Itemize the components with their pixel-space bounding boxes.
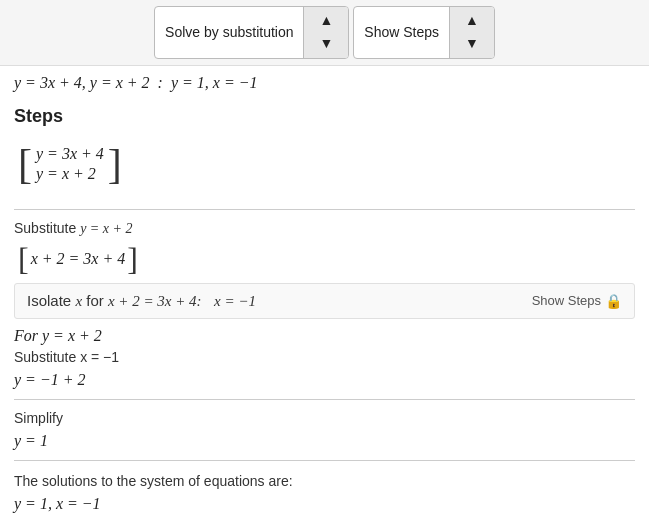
- substitute-eq-ref: y = x + 2: [80, 221, 132, 236]
- system-eq1: y = 3x + 4: [36, 145, 104, 163]
- show-steps-selector[interactable]: Show Steps ▲ ▼: [353, 6, 495, 59]
- arrow-down-icon: ▼: [309, 32, 343, 55]
- method-selector[interactable]: Solve by substitution ▲ ▼: [154, 6, 349, 59]
- isolate-eq: x + 2 = 3x + 4:: [108, 293, 202, 309]
- divider2: [14, 399, 635, 400]
- lock-icon: 🔒: [605, 293, 622, 309]
- show-steps-label: Show Steps: [354, 20, 449, 44]
- y-calc-line: y = −1 + 2: [14, 371, 635, 389]
- problem-line: y = 3x + 4, y = x + 2 : y = 1, x = −1: [14, 74, 635, 92]
- method-label: Solve by substitution: [155, 20, 303, 44]
- conclusion-text: The solutions to the system of equations…: [14, 473, 635, 489]
- result-section: The solutions to the system of equations…: [14, 473, 635, 513]
- problem-equations: y = 3x + 4, y = x + 2: [14, 74, 150, 92]
- problem-separator: :: [158, 74, 163, 92]
- system-equations: y = 3x + 4 y = x + 2: [32, 143, 108, 185]
- divider1: [14, 209, 635, 210]
- simplify-label: Simplify: [14, 410, 635, 426]
- arrow-up-icon2: ▲: [455, 9, 489, 32]
- arrow-down-icon2: ▼: [455, 32, 489, 55]
- divider3: [14, 460, 635, 461]
- steps-arrow[interactable]: ▲ ▼: [449, 7, 494, 58]
- bracket-l-icon: [: [18, 243, 29, 275]
- sub-x-label: Substitute x = −1: [14, 349, 635, 365]
- arrow-up-icon: ▲: [309, 9, 343, 32]
- isolate-block: Isolate x for x + 2 = 3x + 4: x = −1 Sho…: [14, 283, 635, 319]
- isolate-text: Isolate x for x + 2 = 3x + 4: x = −1: [27, 292, 256, 310]
- isolate-var: x: [75, 293, 82, 309]
- substituted-eq-bracket: [ x + 2 = 3x + 4 ]: [18, 243, 635, 275]
- for-line: For y = x + 2: [14, 327, 635, 345]
- method-arrow[interactable]: ▲ ▼: [303, 7, 348, 58]
- bracket-r-icon: ]: [127, 243, 138, 275]
- toolbar: Solve by substitution ▲ ▼ Show Steps ▲ ▼: [0, 0, 649, 66]
- substitute-label: Substitute y = x + 2: [14, 220, 635, 237]
- show-steps-text: Show Steps: [532, 293, 601, 308]
- problem-solution: y = 1, x = −1: [171, 74, 258, 92]
- bracket-right-icon: ]: [108, 143, 122, 185]
- steps-heading: Steps: [14, 106, 635, 127]
- final-answer: y = 1, x = −1: [14, 495, 635, 513]
- main-content: y = 3x + 4, y = x + 2 : y = 1, x = −1 St…: [0, 66, 649, 525]
- y-result-line: y = 1: [14, 432, 635, 450]
- substituted-eq: x + 2 = 3x + 4: [29, 250, 128, 268]
- isolate-show-steps-button[interactable]: Show Steps 🔒: [532, 293, 622, 309]
- system-eq2: y = x + 2: [36, 165, 104, 183]
- system-bracket: [ y = 3x + 4 y = x + 2 ]: [18, 143, 122, 185]
- bracket-left-icon: [: [18, 143, 32, 185]
- isolate-result: x = −1: [214, 293, 256, 309]
